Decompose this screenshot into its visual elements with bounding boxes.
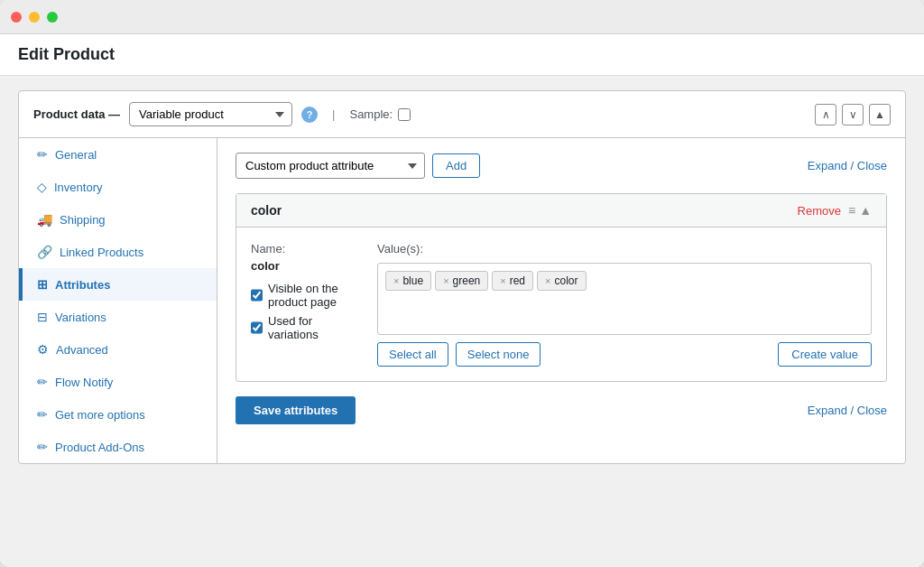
sidebar-item-general[interactable]: ✏ General [19,138,217,171]
attribute-card: color Remove ≡ ▲ Name: color [236,193,887,382]
page-title: Edit Product [18,45,115,63]
sidebar-item-product-add-ons[interactable]: ✏ Product Add-Ons [19,431,217,463]
sidebar-label-inventory: Inventory [54,181,102,194]
linked-products-icon: 🔗 [37,245,52,259]
name-field-value: color [251,259,359,273]
create-value-button[interactable]: Create value [778,342,872,367]
sidebar-label-linked-products: Linked Products [60,246,143,259]
drag-icon[interactable]: ≡ [848,203,855,218]
main-panel: Custom product attribute Add Expand / Cl… [217,138,905,463]
inventory-icon: ◇ [37,180,47,194]
variations-label[interactable]: Used for variations [268,314,359,341]
expand-close-top-link[interactable]: Expand / Close [808,159,887,172]
header-controls: ∧ ∨ ▲ [815,104,891,125]
value-tag-blue-label: blue [402,274,423,287]
values-label: Value(s): [377,242,872,256]
product-add-ons-icon: ✏ [37,440,48,454]
attribute-card-header: color Remove ≡ ▲ [236,194,886,228]
checkboxes: Visible on the product page Used for var… [251,282,359,341]
value-tag-color: × color [537,271,586,291]
help-icon[interactable]: ? [301,107,318,123]
select-all-button[interactable]: Select all [377,342,448,367]
attributes-icon: ⊞ [37,277,48,292]
product-data-box: Product data — Variable product Simple p… [18,90,906,464]
shipping-icon: 🚚 [37,212,52,227]
save-row: Save attributes Expand / Close [236,396,887,424]
attribute-type-select[interactable]: Custom product attribute [236,153,425,179]
sample-checkbox[interactable] [398,108,411,121]
maximize-button[interactable] [47,12,58,23]
sidebar-label-variations: Variations [55,311,106,324]
attributes-toolbar: Custom product attribute Add Expand / Cl… [236,153,887,179]
variations-row: Used for variations [251,314,359,341]
product-data-label: Product data — [33,107,120,121]
remove-green-icon[interactable]: × [443,275,448,286]
value-tag-red: × red [492,271,533,291]
value-actions: Select all Select none Create value [377,342,872,367]
values-box[interactable]: × blue × green × red [377,263,872,335]
visible-label[interactable]: Visible on the product page [268,282,359,309]
value-tag-blue: × blue [385,271,431,291]
sidebar-label-advanced: Advanced [56,343,108,357]
remove-red-icon[interactable]: × [500,275,505,286]
sidebar: ✏ General ◇ Inventory 🚚 Shipping 🔗 Linke… [19,138,217,463]
options-column: Value(s): × blue × green [377,242,872,367]
flow-notify-icon: ✏ [37,375,48,389]
variations-icon: ⊟ [37,310,48,324]
advanced-icon: ⚙ [37,342,49,357]
sidebar-item-flow-notify[interactable]: ✏ Flow Notify [19,366,217,398]
sidebar-item-advanced[interactable]: ⚙ Advanced [19,333,217,366]
collapse-down-button[interactable]: ∨ [842,104,864,125]
product-data-header: Product data — Variable product Simple p… [19,91,905,138]
sidebar-item-variations[interactable]: ⊟ Variations [19,301,217,333]
content-area: Product data — Variable product Simple p… [0,76,924,567]
product-type-select[interactable]: Variable product Simple product Grouped … [129,102,292,126]
sidebar-item-linked-products[interactable]: 🔗 Linked Products [19,236,217,268]
sidebar-label-general: General [55,148,97,162]
sidebar-label-get-more-options: Get more options [55,408,145,422]
minimize-button[interactable] [29,12,40,23]
app-window: Edit Product Product data — Variable pro… [0,0,924,567]
sidebar-label-product-add-ons: Product Add-Ons [55,441,144,454]
sidebar-label-attributes: Attributes [55,278,110,292]
page-title-bar: Edit Product [0,34,924,76]
save-attributes-button[interactable]: Save attributes [236,396,356,424]
collapse-up-button[interactable]: ∧ [815,104,836,125]
sidebar-label-shipping: Shipping [60,213,106,227]
attribute-card-body: Name: color Visible on the product page [236,228,886,381]
get-more-icon: ✏ [37,407,48,422]
titlebar [0,0,924,34]
sidebar-item-get-more-options[interactable]: ✏ Get more options [19,398,217,431]
general-icon: ✏ [37,147,48,162]
sidebar-item-shipping[interactable]: 🚚 Shipping [19,203,217,236]
remove-blue-icon[interactable]: × [393,275,399,286]
name-column: Name: color Visible on the product page [251,242,359,367]
variations-checkbox[interactable] [251,321,263,334]
visible-row: Visible on the product page [251,282,359,309]
collapse-all-button[interactable]: ▲ [869,104,891,125]
value-tag-red-label: red [510,274,525,287]
sidebar-item-inventory[interactable]: ◇ Inventory [19,171,217,203]
visible-checkbox[interactable] [251,289,263,302]
attribute-collapse-icon[interactable]: ▲ [859,203,872,218]
value-tag-green: × green [435,271,488,291]
sidebar-item-attributes[interactable]: ⊞ Attributes [19,268,217,301]
sidebar-label-flow-notify: Flow Notify [55,376,113,389]
product-data-body: ✏ General ◇ Inventory 🚚 Shipping 🔗 Linke… [19,138,905,463]
remove-attribute-button[interactable]: Remove [798,204,841,218]
remove-color-icon[interactable]: × [545,275,550,286]
add-attribute-button[interactable]: Add [432,153,480,178]
expand-close-bottom-link[interactable]: Expand / Close [808,404,887,417]
value-tag-green-label: green [453,274,481,287]
select-none-button[interactable]: Select none [456,342,541,367]
value-tag-color-label: color [554,274,578,287]
attribute-name: color [251,203,798,218]
sample-label[interactable]: Sample: [349,107,411,121]
name-field-label: Name: [251,242,359,256]
close-button[interactable] [11,12,22,23]
